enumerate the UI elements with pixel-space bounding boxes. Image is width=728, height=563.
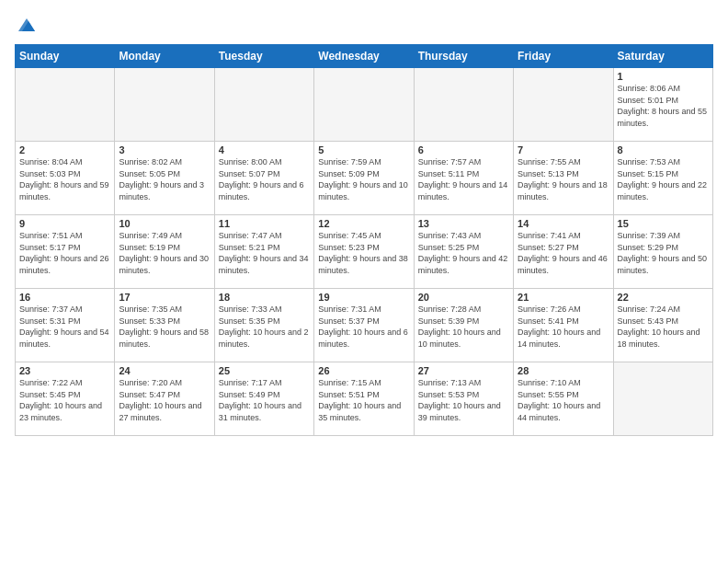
day-info: Sunrise: 7:24 AMSunset: 5:43 PMDaylight:…: [618, 304, 709, 350]
logo-icon: [17, 15, 37, 35]
weekday-cell: Thursday: [414, 45, 513, 68]
day-info: Sunrise: 7:59 AMSunset: 5:09 PMDaylight:…: [318, 156, 409, 202]
day-number: 13: [418, 218, 509, 229]
calendar-day-cell: 2Sunrise: 8:04 AMSunset: 5:03 PMDaylight…: [16, 142, 115, 215]
day-number: 17: [119, 292, 210, 303]
day-info: Sunrise: 7:45 AMSunset: 5:23 PMDaylight:…: [318, 230, 409, 276]
day-number: 26: [318, 365, 409, 376]
calendar-day-cell: 24Sunrise: 7:20 AMSunset: 5:47 PMDayligh…: [115, 362, 214, 436]
weekday-cell: Tuesday: [214, 45, 313, 68]
day-number: 8: [618, 144, 709, 155]
day-info: Sunrise: 7:22 AMSunset: 5:45 PMDaylight:…: [19, 377, 110, 423]
calendar-day-cell: 28Sunrise: 7:10 AMSunset: 5:55 PMDayligh…: [514, 362, 613, 436]
day-number: 15: [618, 218, 709, 229]
calendar-day-cell: [214, 68, 313, 142]
day-number: 21: [518, 292, 609, 303]
day-info: Sunrise: 7:55 AMSunset: 5:13 PMDaylight:…: [518, 156, 609, 202]
header: [15, 15, 713, 35]
calendar-day-cell: 17Sunrise: 7:35 AMSunset: 5:33 PMDayligh…: [115, 289, 214, 362]
calendar-day-cell: [414, 68, 513, 142]
day-number: 24: [119, 365, 210, 376]
day-number: 11: [219, 218, 310, 229]
calendar-day-cell: [314, 68, 414, 142]
day-number: 23: [19, 365, 110, 376]
day-number: 20: [418, 292, 509, 303]
weekday-cell: Wednesday: [314, 45, 414, 68]
weekday-header-row: SundayMondayTuesdayWednesdayThursdayFrid…: [16, 45, 713, 68]
day-info: Sunrise: 7:43 AMSunset: 5:25 PMDaylight:…: [418, 230, 509, 276]
day-number: 12: [318, 218, 409, 229]
calendar-day-cell: [514, 68, 613, 142]
day-number: 3: [119, 144, 210, 155]
day-info: Sunrise: 7:10 AMSunset: 5:55 PMDaylight:…: [518, 377, 609, 423]
day-info: Sunrise: 7:51 AMSunset: 5:17 PMDaylight:…: [19, 230, 110, 276]
day-info: Sunrise: 7:57 AMSunset: 5:11 PMDaylight:…: [418, 156, 509, 202]
day-number: 27: [418, 365, 509, 376]
calendar-day-cell: 22Sunrise: 7:24 AMSunset: 5:43 PMDayligh…: [613, 289, 712, 362]
calendar-day-cell: 21Sunrise: 7:26 AMSunset: 5:41 PMDayligh…: [514, 289, 613, 362]
calendar-day-cell: 23Sunrise: 7:22 AMSunset: 5:45 PMDayligh…: [16, 362, 115, 436]
calendar-day-cell: [115, 68, 214, 142]
calendar-day-cell: 6Sunrise: 7:57 AMSunset: 5:11 PMDaylight…: [414, 142, 513, 215]
calendar-day-cell: 11Sunrise: 7:47 AMSunset: 5:21 PMDayligh…: [214, 215, 313, 289]
day-number: 25: [219, 365, 310, 376]
day-number: 18: [219, 292, 310, 303]
day-number: 7: [518, 144, 609, 155]
calendar-day-cell: 19Sunrise: 7:31 AMSunset: 5:37 PMDayligh…: [314, 289, 414, 362]
page: SundayMondayTuesdayWednesdayThursdayFrid…: [0, 0, 728, 563]
calendar-day-cell: 12Sunrise: 7:45 AMSunset: 5:23 PMDayligh…: [314, 215, 414, 289]
calendar-day-cell: 25Sunrise: 7:17 AMSunset: 5:49 PMDayligh…: [214, 362, 313, 436]
calendar: SundayMondayTuesdayWednesdayThursdayFrid…: [15, 44, 713, 436]
day-info: Sunrise: 7:39 AMSunset: 5:29 PMDaylight:…: [618, 230, 709, 276]
day-info: Sunrise: 8:04 AMSunset: 5:03 PMDaylight:…: [19, 156, 110, 202]
day-number: 16: [19, 292, 110, 303]
day-info: Sunrise: 7:13 AMSunset: 5:53 PMDaylight:…: [418, 377, 509, 423]
calendar-day-cell: [16, 68, 115, 142]
calendar-day-cell: 14Sunrise: 7:41 AMSunset: 5:27 PMDayligh…: [514, 215, 613, 289]
calendar-day-cell: 5Sunrise: 7:59 AMSunset: 5:09 PMDaylight…: [314, 142, 414, 215]
calendar-day-cell: 18Sunrise: 7:33 AMSunset: 5:35 PMDayligh…: [214, 289, 313, 362]
day-info: Sunrise: 7:17 AMSunset: 5:49 PMDaylight:…: [219, 377, 310, 423]
day-info: Sunrise: 7:37 AMSunset: 5:31 PMDaylight:…: [19, 304, 110, 350]
day-info: Sunrise: 7:26 AMSunset: 5:41 PMDaylight:…: [518, 304, 609, 350]
day-info: Sunrise: 7:49 AMSunset: 5:19 PMDaylight:…: [119, 230, 210, 276]
day-number: 19: [318, 292, 409, 303]
weekday-cell: Friday: [514, 45, 613, 68]
day-info: Sunrise: 7:15 AMSunset: 5:51 PMDaylight:…: [318, 377, 409, 423]
day-number: 10: [119, 218, 210, 229]
calendar-day-cell: 8Sunrise: 7:53 AMSunset: 5:15 PMDaylight…: [613, 142, 712, 215]
day-info: Sunrise: 7:33 AMSunset: 5:35 PMDaylight:…: [219, 304, 310, 350]
day-info: Sunrise: 7:53 AMSunset: 5:15 PMDaylight:…: [618, 156, 709, 202]
weekday-cell: Sunday: [16, 45, 115, 68]
day-info: Sunrise: 7:41 AMSunset: 5:27 PMDaylight:…: [518, 230, 609, 276]
calendar-day-cell: 4Sunrise: 8:00 AMSunset: 5:07 PMDaylight…: [214, 142, 313, 215]
day-info: Sunrise: 7:31 AMSunset: 5:37 PMDaylight:…: [318, 304, 409, 350]
calendar-week-row: 9Sunrise: 7:51 AMSunset: 5:17 PMDaylight…: [16, 215, 713, 289]
day-number: 14: [518, 218, 609, 229]
day-info: Sunrise: 7:47 AMSunset: 5:21 PMDaylight:…: [219, 230, 310, 276]
calendar-day-cell: 26Sunrise: 7:15 AMSunset: 5:51 PMDayligh…: [314, 362, 414, 436]
day-number: 6: [418, 144, 509, 155]
logo: [15, 15, 37, 35]
calendar-day-cell: 20Sunrise: 7:28 AMSunset: 5:39 PMDayligh…: [414, 289, 513, 362]
calendar-week-row: 1Sunrise: 8:06 AMSunset: 5:01 PMDaylight…: [16, 68, 713, 142]
calendar-day-cell: 13Sunrise: 7:43 AMSunset: 5:25 PMDayligh…: [414, 215, 513, 289]
day-info: Sunrise: 8:06 AMSunset: 5:01 PMDaylight:…: [618, 83, 709, 129]
weekday-cell: Monday: [115, 45, 214, 68]
calendar-week-row: 2Sunrise: 8:04 AMSunset: 5:03 PMDaylight…: [16, 142, 713, 215]
day-number: 22: [618, 292, 709, 303]
day-number: 4: [219, 144, 310, 155]
day-info: Sunrise: 7:35 AMSunset: 5:33 PMDaylight:…: [119, 304, 210, 350]
calendar-day-cell: 1Sunrise: 8:06 AMSunset: 5:01 PMDaylight…: [613, 68, 712, 142]
calendar-day-cell: 10Sunrise: 7:49 AMSunset: 5:19 PMDayligh…: [115, 215, 214, 289]
calendar-day-cell: 7Sunrise: 7:55 AMSunset: 5:13 PMDaylight…: [514, 142, 613, 215]
day-info: Sunrise: 8:02 AMSunset: 5:05 PMDaylight:…: [119, 156, 210, 202]
calendar-body: 1Sunrise: 8:06 AMSunset: 5:01 PMDaylight…: [16, 68, 713, 436]
day-info: Sunrise: 8:00 AMSunset: 5:07 PMDaylight:…: [219, 156, 310, 202]
day-number: 2: [19, 144, 110, 155]
calendar-day-cell: [613, 362, 712, 436]
day-info: Sunrise: 7:28 AMSunset: 5:39 PMDaylight:…: [418, 304, 509, 350]
calendar-day-cell: 15Sunrise: 7:39 AMSunset: 5:29 PMDayligh…: [613, 215, 712, 289]
calendar-week-row: 23Sunrise: 7:22 AMSunset: 5:45 PMDayligh…: [16, 362, 713, 436]
weekday-cell: Saturday: [613, 45, 712, 68]
